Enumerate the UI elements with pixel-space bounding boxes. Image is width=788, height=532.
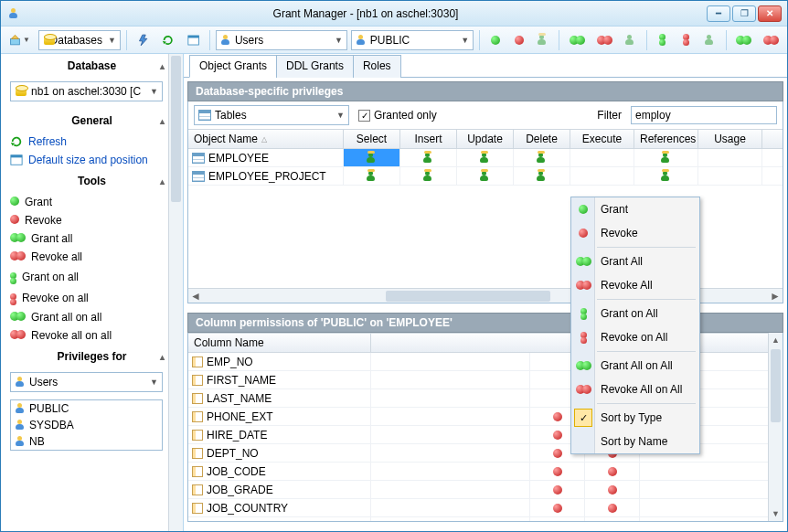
col-ref-cell[interactable] [585, 499, 640, 516]
tab-ddl-grants[interactable]: DDL Grants [276, 55, 354, 78]
grant-option-on-all-button[interactable] [700, 30, 720, 50]
priv-cell[interactable] [698, 149, 762, 166]
tool-grant-all-on-all[interactable]: Grant all on all [1, 308, 168, 326]
grid-col-object-name[interactable]: Object Name△ [188, 130, 344, 148]
col-ref-cell[interactable] [585, 463, 640, 480]
refresh-link[interactable]: Refresh [1, 133, 168, 151]
revoke-button[interactable] [509, 30, 529, 50]
priv-cell[interactable] [457, 149, 514, 166]
column-name-cell[interactable]: SALARY [188, 517, 371, 521]
default-size-link[interactable]: Default size and position [1, 151, 168, 169]
column-name-cell[interactable]: DEPT_NO [188, 444, 371, 462]
ctx-revoke-all[interactable]: Revoke All [571, 273, 699, 297]
priv-cell[interactable] [634, 149, 698, 166]
priv-cell[interactable] [698, 167, 762, 185]
database-select[interactable]: nb1 on aschel:3030 [C ▼ [10, 81, 163, 101]
priv-cell[interactable] [514, 149, 570, 166]
column-name-cell[interactable]: HIRE_DATE [188, 426, 371, 443]
privileges-for-combo[interactable]: Users ▼ [10, 372, 163, 392]
priv-cell[interactable] [514, 167, 570, 185]
column-name-cell[interactable]: JOB_CODE [188, 463, 371, 480]
principal-combo[interactable]: PUBLIC ▼ [351, 30, 474, 50]
tool-grant-all[interactable]: Grant all [1, 229, 168, 248]
column-row[interactable]: JOB_COUNTRY [188, 499, 783, 517]
tool-revoke[interactable]: Revoke [1, 211, 168, 229]
column-row[interactable]: SALARY [188, 517, 783, 521]
collapse-icon[interactable]: ▴ [160, 176, 165, 186]
col-ref-cell[interactable] [585, 517, 640, 521]
ctx-grant[interactable]: Grant [571, 197, 699, 221]
ctx-sort-by-name[interactable]: Sort by Name [571, 430, 699, 453]
column-row[interactable]: JOB_CODE [188, 463, 783, 481]
revoke-all-on-all-button[interactable] [760, 30, 783, 50]
lightning-button[interactable] [133, 30, 154, 50]
filter-input[interactable] [631, 106, 777, 124]
priv-cell[interactable] [344, 149, 400, 166]
grant-option-button[interactable] [533, 30, 553, 50]
databases-combo[interactable]: Databases ▼ [38, 30, 121, 50]
layout-button[interactable] [183, 30, 204, 50]
col-update-cell[interactable] [530, 499, 585, 516]
home-dropdown-button[interactable]: ▼ [5, 30, 35, 50]
column-name-cell[interactable]: LAST_NAME [188, 389, 371, 407]
column-name-cell[interactable]: EMP_NO [188, 353, 371, 370]
tool-revoke-on-all[interactable]: Revoke on all [1, 287, 168, 308]
grid-col-execute[interactable]: Execute [570, 130, 634, 148]
close-button[interactable]: ✕ [758, 5, 782, 22]
tool-revoke-all-on-all[interactable]: Revoke all on all [1, 326, 168, 345]
column-name-cell[interactable]: JOB_GRADE [188, 481, 371, 498]
column-name-cell[interactable]: FIRST_NAME [188, 371, 371, 388]
grid-row[interactable]: EMPLOYEE [188, 149, 783, 167]
principal-row[interactable]: SYSDBA [11, 417, 162, 433]
grant-on-all-button[interactable] [653, 30, 673, 50]
column-row[interactable]: JOB_GRADE [188, 481, 783, 499]
tool-revoke-all[interactable]: Revoke all [1, 248, 168, 266]
collapse-icon[interactable]: ▴ [160, 116, 165, 126]
priv-cell[interactable] [634, 167, 698, 185]
restore-button[interactable]: ❐ [732, 5, 756, 22]
grid-col-references[interactable]: References [634, 130, 698, 148]
object-type-combo[interactable]: Tables ▼ [194, 105, 349, 125]
col-ref-cell[interactable] [585, 481, 640, 498]
principals-list[interactable]: PUBLICSYSDBANB [10, 399, 163, 451]
priv-cell[interactable] [400, 149, 457, 166]
ctx-sort-by-type[interactable]: ✓ Sort by Type [571, 406, 699, 430]
priv-cell[interactable] [570, 167, 634, 185]
ctx-revoke[interactable]: Revoke [571, 221, 699, 245]
tool-grant-on-all[interactable]: Grant on all [1, 266, 168, 287]
column-grid-v-scrollbar[interactable]: ▲ ▼ [768, 333, 783, 521]
principal-row[interactable]: PUBLIC [11, 400, 162, 417]
revoke-all-button[interactable] [592, 30, 616, 50]
refresh-button[interactable] [157, 30, 178, 50]
principal-row[interactable]: NB [11, 433, 162, 450]
column-name-cell[interactable]: JOB_COUNTRY [188, 499, 371, 516]
ctx-revoke-all-on-all[interactable]: Revoke All on All [571, 378, 699, 401]
grant-all-button[interactable] [565, 30, 589, 50]
collapse-icon[interactable]: ▴ [160, 352, 165, 362]
tab-roles[interactable]: Roles [353, 55, 401, 78]
granted-only-checkbox[interactable]: ✓ Granted only [358, 109, 437, 122]
object-name-cell[interactable]: EMPLOYEE_PROJECT [188, 167, 344, 185]
grid-row[interactable]: EMPLOYEE_PROJECT [188, 167, 783, 186]
col-update-cell[interactable] [530, 463, 585, 480]
ctx-revoke-on-all[interactable]: Revoke on All [571, 325, 699, 349]
col-update-cell[interactable] [530, 481, 585, 498]
minimize-button[interactable]: ━ [707, 5, 730, 22]
grid-col-delete[interactable]: Delete [514, 130, 570, 148]
grid-col-select[interactable]: Select [344, 130, 400, 148]
grant-all-on-all-button[interactable] [731, 30, 755, 50]
grant-option-all-button[interactable] [621, 30, 641, 50]
tool-grant[interactable]: Grant [1, 193, 168, 211]
grant-button[interactable] [485, 30, 506, 50]
object-name-cell[interactable]: EMPLOYEE [188, 149, 344, 166]
grid-col-usage[interactable]: Usage [698, 130, 762, 148]
tab-object-grants[interactable]: Object Grants [189, 55, 277, 78]
collapse-icon[interactable]: ▴ [160, 61, 165, 71]
col-update-cell[interactable] [530, 517, 585, 521]
ctx-grant-all[interactable]: Grant All [571, 250, 699, 273]
column-name-cell[interactable]: PHONE_EXT [188, 408, 371, 425]
grid-col-update[interactable]: Update [457, 130, 514, 148]
priv-cell[interactable] [400, 167, 457, 185]
ctx-grant-all-on-all[interactable]: Grant All on All [571, 354, 699, 378]
priv-cell[interactable] [457, 167, 514, 185]
